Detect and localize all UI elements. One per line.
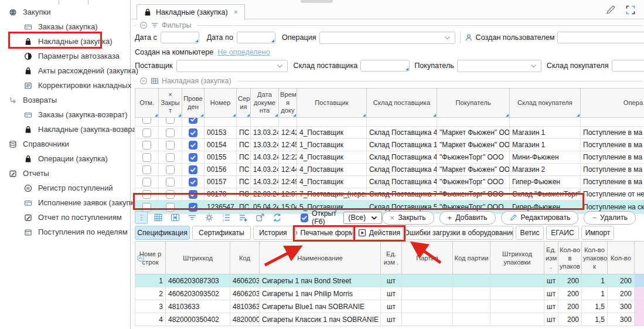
spec-row[interactable]: 2460620309350246062030935Сигареты 1 пач … xyxy=(135,287,644,300)
sidebar-item-7[interactable]: Заказы (закупка-возврат) xyxy=(0,107,130,122)
invoice-col-header[interactable]: Поставщик xyxy=(297,89,367,118)
spec-col-header[interactable]: Штрихкод упаковки xyxy=(490,242,544,274)
filter-lines-icon[interactable] xyxy=(186,211,199,224)
posted-checkbox[interactable] xyxy=(189,165,197,174)
date-from-input[interactable] xyxy=(161,32,199,43)
sidebar-item-8[interactable]: Накладные (закупка-возврат) xyxy=(0,122,130,137)
spec-col-header[interactable]: Кол-во упаково к xyxy=(582,242,608,274)
closed-checkbox[interactable] xyxy=(166,190,175,199)
spec-col-header[interactable]: Партия xyxy=(402,242,453,274)
mark-checkbox[interactable] xyxy=(142,190,151,199)
created-by-input[interactable] xyxy=(557,32,644,43)
invoice-col-header[interactable]: Отм. xyxy=(135,89,159,118)
invoice-col-header[interactable]: Врем я доку xyxy=(279,89,297,118)
mark-checkbox[interactable] xyxy=(142,165,151,174)
detail-tab-7[interactable]: ЕГАИС xyxy=(546,226,579,240)
sidebar-item-15[interactable]: Поступления по неделям xyxy=(0,225,130,239)
created-on-computer-link[interactable]: Не определено xyxy=(217,48,270,56)
grid-icon[interactable] xyxy=(152,211,165,224)
sidebar-item-5[interactable]: Корректировки накладных xyxy=(0,78,130,93)
detail-tab-3[interactable]: Печатные формы xyxy=(295,226,353,240)
spec-col-header[interactable]: Код xyxy=(230,242,260,274)
mark-checkbox[interactable] xyxy=(142,178,151,186)
spec-row[interactable]: 34810363348103633Сигареты Blue1 пач SOBR… xyxy=(135,300,644,313)
sidebar-item-6[interactable]: Возвраты xyxy=(0,93,130,107)
закрыть-button[interactable]: ×Закрыть xyxy=(382,211,434,225)
detail-tab-5[interactable]: Ошибки загрузки в оборудование xyxy=(406,226,513,240)
mark-checkbox[interactable] xyxy=(142,128,151,137)
добавить-button[interactable]: +Добавить xyxy=(439,211,496,225)
closed-checkbox[interactable] xyxy=(166,153,175,162)
refresh-icon[interactable] xyxy=(271,211,284,224)
closed-checkbox[interactable] xyxy=(166,128,175,137)
редактировать-button[interactable]: Редактировать xyxy=(501,211,579,225)
spec-col-header[interactable]: Кол-во xyxy=(608,242,635,274)
invoice-row[interactable]: 00155ПС14.03.2412:224_ПоставщикСклад Пос… xyxy=(135,151,644,164)
tab-close-icon[interactable]: × xyxy=(234,8,238,16)
calendar-columns-icon[interactable] xyxy=(169,211,182,224)
posted-checkbox[interactable] xyxy=(189,178,197,186)
sidebar-item-9[interactable]: Справочники xyxy=(0,137,130,151)
invoice-col-header[interactable]: Дата докуме нта xyxy=(251,89,279,118)
supplier-warehouse-input[interactable] xyxy=(360,60,410,72)
closed-checkbox[interactable] xyxy=(166,178,175,186)
invoice-col-header[interactable]: Опера xyxy=(581,89,644,118)
invoice-col-header[interactable]: Склад поставщика xyxy=(367,89,437,118)
invoice-col-header[interactable]: Покупатель xyxy=(437,89,510,118)
posted-checkbox[interactable] xyxy=(189,141,197,150)
collapse-icon[interactable] xyxy=(139,21,148,29)
spec-col-header[interactable]: Наименование xyxy=(260,242,381,274)
spec-col-header[interactable]: Номе р строк xyxy=(135,242,166,274)
invoice-col-header[interactable]: Номер xyxy=(205,89,237,118)
sidebar-item-2[interactable]: Накладные (закупка) xyxy=(0,34,130,49)
invoice-row[interactable]: 00157ПС14.03.2412:494_ПоставщикСклад Пос… xyxy=(135,176,644,188)
invoice-row[interactable]: 00170ПС22.03.2412:077_Поставщик_(нерезид… xyxy=(135,188,644,201)
list-add-icon[interactable] xyxy=(237,211,250,224)
spec-col-header[interactable]: Ед. изм . xyxy=(544,242,558,274)
spec-col-header[interactable]: Штрихкод xyxy=(166,242,230,274)
invoice-col-header[interactable]: × Закры т xyxy=(159,89,182,118)
ordered-list-icon[interactable]: 12 xyxy=(220,211,233,224)
spec-col-header[interactable]: ( xyxy=(635,242,644,274)
posted-checkbox[interactable] xyxy=(189,153,197,162)
spec-col-header[interactable]: Ед. изм . xyxy=(381,242,402,274)
spec-row[interactable]: 4482000035040248200003504Сигареты Класси… xyxy=(135,313,644,326)
collapse-icon[interactable] xyxy=(139,77,148,85)
sidebar-item-14[interactable]: Отчет по поступлениям xyxy=(0,210,130,225)
export-icon[interactable] xyxy=(254,211,267,224)
list-select-icon[interactable] xyxy=(135,211,148,224)
fullscreen-icon[interactable] xyxy=(625,5,636,15)
view-filter-select[interactable]: (Все) xyxy=(343,212,381,224)
invoice-row[interactable]: 00153ПС13.03.2412:424_ПоставщикСклад Пос… xyxy=(135,127,644,139)
invoice-col-header[interactable]: Сер ия xyxy=(237,89,251,118)
sort-ascending-icon[interactable] xyxy=(137,254,145,264)
detail-tab-0[interactable]: Спецификация xyxy=(135,226,190,240)
mark-checkbox[interactable] xyxy=(142,153,151,162)
detail-tab-6[interactable]: Ветис xyxy=(516,226,544,240)
sidebar-item-11[interactable]: Отчеты xyxy=(0,166,130,181)
invoice-col-header[interactable]: Склад покупателя xyxy=(510,89,581,118)
удалить-button[interactable]: −Удалить xyxy=(584,211,636,225)
invoice-col-header[interactable]: Прове ден xyxy=(182,89,205,118)
closed-checkbox[interactable] xyxy=(166,165,175,174)
spec-col-header[interactable]: Код партии xyxy=(453,242,490,274)
supplier-select[interactable] xyxy=(176,60,288,72)
open-f6-checkbox[interactable]: Открыт (F6) xyxy=(301,209,338,226)
buyer-warehouse-input[interactable] xyxy=(612,60,644,72)
sidebar-item-10[interactable]: Операции (закупка) xyxy=(0,151,130,166)
mark-checkbox[interactable] xyxy=(142,141,151,150)
spec-row[interactable]: 1460620308730346062030873Сигареты 1 пач … xyxy=(135,274,644,287)
operation-select[interactable] xyxy=(319,32,455,44)
sidebar-item-13[interactable]: Исполнение заявок (закупка) xyxy=(0,195,130,210)
detail-tab-8[interactable]: Импорт xyxy=(581,226,614,240)
buyer-select[interactable] xyxy=(457,60,541,72)
closed-checkbox[interactable] xyxy=(166,141,175,150)
edit-pencil-icon[interactable] xyxy=(605,5,616,15)
sidebar-item-0[interactable]: Закупки xyxy=(0,5,130,19)
sidebar-item-3[interactable]: Параметры автозаказа xyxy=(0,49,130,63)
detail-tab-1[interactable]: Сертификаты xyxy=(192,226,251,240)
sidebar-item-1[interactable]: Заказы (закупка) xyxy=(0,19,130,34)
date-to-input[interactable] xyxy=(237,32,275,43)
tab-invoices-purchase[interactable]: Накладные (закупка) × xyxy=(137,4,245,20)
detail-tab-2[interactable]: История xyxy=(253,226,293,240)
